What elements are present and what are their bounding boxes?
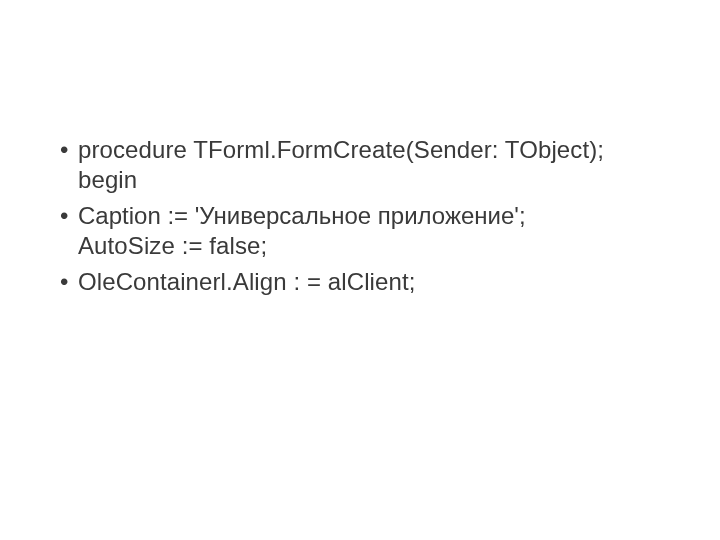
code-line: OleContainerl.Align : = alClient; [78, 267, 660, 297]
bullet-list: procedure TForml.FormCreate(Sender: TObj… [60, 135, 660, 297]
code-line: Caption := 'Универсальное приложение'; [78, 201, 660, 231]
code-line: AutoSize := false; [78, 231, 660, 261]
list-item: OleContainerl.Align : = alClient; [60, 267, 660, 297]
list-item: Caption := 'Универсальное приложение'; A… [60, 201, 660, 261]
code-line: procedure TForml.FormCreate(Sender: TObj… [78, 135, 660, 165]
slide-body: procedure TForml.FormCreate(Sender: TObj… [0, 0, 720, 540]
list-item: procedure TForml.FormCreate(Sender: TObj… [60, 135, 660, 195]
code-line: begin [78, 165, 660, 195]
